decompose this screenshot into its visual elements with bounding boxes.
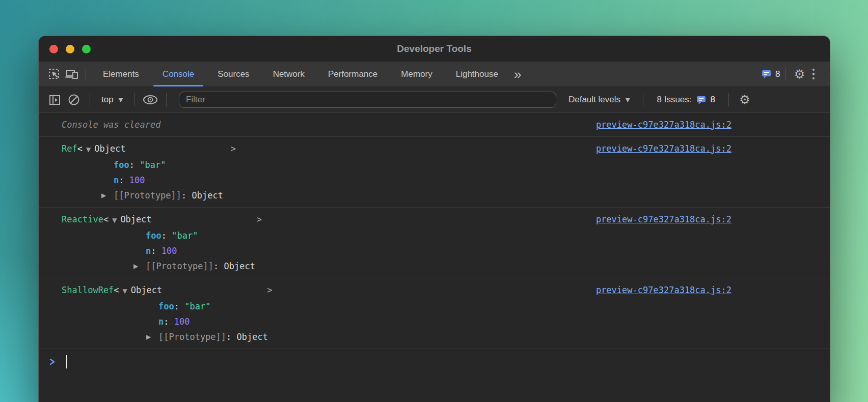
divider: [728, 93, 729, 106]
source-link[interactable]: preview-c97e327a318ca.js:2: [596, 141, 731, 156]
divider: [166, 93, 167, 106]
more-tabs-button[interactable]: »: [510, 68, 525, 81]
property-row: foo: "bar": [146, 228, 723, 243]
sidebar-panel-icon: [48, 94, 61, 106]
property-key: n: [146, 246, 151, 256]
filter-input[interactable]: [179, 92, 556, 108]
devtools-tab-bar: Elements Console Sources Network Perform…: [39, 62, 830, 87]
colon: :: [161, 231, 167, 241]
prototype-value: Object: [192, 190, 223, 200]
source-link[interactable]: preview-c97e327a318ca.js:2: [596, 212, 731, 227]
open-angle: <: [114, 285, 119, 295]
object-children: foo: "bar" n: 100 ▶[[Prototype]]: Object: [158, 299, 723, 344]
object-children: foo: "bar" n: 100 ▶[[Prototype]]: Object: [114, 157, 723, 203]
divider: [643, 93, 643, 106]
toggle-device-toolbar-button[interactable]: [63, 66, 80, 83]
collapse-triangle-icon[interactable]: ▼: [86, 146, 91, 153]
tab-performance[interactable]: Performance: [316, 62, 389, 87]
tab-sources[interactable]: Sources: [206, 62, 261, 87]
cleared-text: Console was cleared: [62, 120, 160, 130]
property-key: n: [158, 317, 164, 327]
inspect-element-button[interactable]: [46, 66, 63, 83]
colon: :: [226, 332, 231, 342]
tab-memory[interactable]: Memory: [389, 62, 444, 87]
console-output: Console was cleared preview-c97e327a318c…: [39, 113, 830, 368]
property-value-number: 100: [174, 317, 190, 327]
console-log-shallowref: ShallowRef<▼Object> preview-c97e327a318c…: [39, 278, 830, 349]
tab-lighthouse[interactable]: Lighthouse: [444, 62, 510, 87]
show-console-sidebar-button[interactable]: [46, 91, 63, 108]
issues-count: 8: [711, 95, 715, 105]
message-count: 8: [775, 69, 780, 79]
message-bubble-icon: [762, 69, 771, 79]
log-levels-selector[interactable]: Default levels ▼: [562, 95, 636, 105]
tab-console[interactable]: Console: [151, 62, 206, 87]
open-angle: <: [77, 143, 83, 154]
issues-counter[interactable]: 8 Issues: 8: [650, 95, 721, 105]
colon: :: [129, 160, 134, 170]
property-row: foo: "bar": [114, 157, 723, 173]
text-cursor: [66, 355, 67, 368]
colon: :: [174, 301, 179, 311]
console-toolbar: top ▼ Default levels ▼ 8 Issues:: [39, 87, 830, 113]
console-messages-indicator[interactable]: 8: [762, 69, 780, 79]
prototype-row[interactable]: ▶[[Prototype]]: Object: [114, 188, 723, 203]
console-prompt[interactable]: [39, 349, 830, 368]
clear-console-button[interactable]: [65, 91, 83, 108]
log-levels-label: Default levels: [568, 95, 620, 105]
kebab-dot: [812, 69, 815, 71]
property-key: n: [114, 175, 119, 185]
context-label: top: [101, 95, 114, 105]
prototype-row[interactable]: ▶[[Prototype]]: Object: [158, 329, 723, 344]
window-title: Developer Tools: [39, 43, 830, 54]
gear-icon: ⚙: [739, 94, 750, 106]
open-angle: <: [103, 214, 108, 224]
ref-type-name: Ref: [62, 143, 77, 154]
divider: [86, 68, 86, 81]
property-row: n: 100: [114, 173, 723, 188]
prototype-value: Object: [224, 261, 255, 271]
tab-network[interactable]: Network: [261, 62, 316, 87]
property-row: n: 100: [146, 243, 723, 259]
property-key: foo: [158, 301, 174, 311]
panel-tabs: Elements Console Sources Network Perform…: [91, 62, 510, 87]
prototype-row[interactable]: ▶[[Prototype]]: Object: [146, 259, 723, 274]
property-key: foo: [114, 160, 129, 170]
colon: :: [181, 190, 186, 200]
prototype-value: Object: [237, 332, 268, 342]
property-key: foo: [146, 231, 161, 241]
divider: [90, 93, 90, 106]
object-label: Object: [94, 143, 125, 154]
property-value-string: "bar": [172, 231, 198, 241]
divider: [134, 93, 134, 106]
property-value-number: 100: [161, 246, 177, 256]
console-message-cleared: Console was cleared preview-c97e327a318c…: [39, 113, 830, 137]
kebab-dot: [812, 73, 815, 75]
create-live-expression-button[interactable]: [142, 91, 159, 108]
object-label: Object: [120, 214, 151, 224]
expand-triangle-icon[interactable]: ▶: [133, 259, 138, 274]
property-value-string: "bar": [140, 160, 166, 170]
colon: :: [119, 175, 124, 185]
title-bar: Developer Tools: [39, 36, 830, 62]
settings-button[interactable]: ⚙: [791, 66, 808, 83]
expand-triangle-icon[interactable]: ▶: [101, 188, 106, 203]
close-angle: >: [257, 214, 262, 224]
tab-elements[interactable]: Elements: [91, 62, 151, 87]
colon: :: [164, 317, 169, 327]
collapse-triangle-icon[interactable]: ▼: [123, 288, 127, 295]
source-link[interactable]: preview-c97e327a318ca.js:2: [596, 117, 731, 132]
console-log-reactive: Reactive<▼Object> preview-c97e327a318ca.…: [39, 208, 830, 278]
javascript-context-selector[interactable]: top ▼: [97, 95, 127, 105]
console-settings-button[interactable]: ⚙: [736, 91, 753, 108]
gear-icon: ⚙: [794, 68, 805, 80]
main-menu-button[interactable]: [808, 67, 819, 82]
console-log-ref: Ref<▼Object> preview-c97e327a318ca.js:2 …: [39, 137, 830, 208]
expand-triangle-icon[interactable]: ▶: [146, 329, 151, 344]
source-link[interactable]: preview-c97e327a318ca.js:2: [596, 282, 731, 298]
property-value-number: 100: [129, 175, 145, 185]
object-label: Object: [131, 285, 162, 295]
collapse-triangle-icon[interactable]: ▼: [112, 217, 117, 224]
devtools-window: Developer Tools Elements Console Sources…: [38, 36, 830, 402]
object-children: foo: "bar" n: 100 ▶[[Prototype]]: Object: [146, 228, 723, 274]
